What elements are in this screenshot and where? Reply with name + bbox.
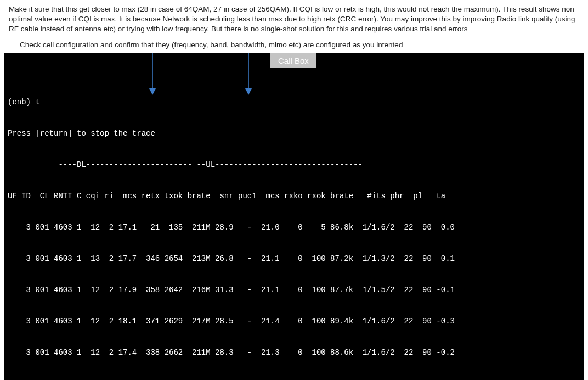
terminal-line-enb: (enb) t	[4, 97, 584, 108]
table-row: 3 001 4603 1 12 2 18.1 371 2629 217M 28.…	[4, 316, 584, 327]
paragraph-mcs-advice: Make it sure that this get closer to max…	[4, 4, 584, 39]
terminal-line-dlul: ----DL----------------------- --UL------…	[4, 160, 584, 170]
table-row: 3 001 4603 1 13 2 17.7 346 2654 213M 26.…	[4, 254, 584, 264]
terminal-line-press: Press [return] to stop the trace	[4, 128, 584, 139]
terminal-header: UE_ID CL RNTI C cqi ri mcs retx txok bra…	[4, 191, 584, 202]
table-row: 3 001 4603 1 12 2 17.4 338 2662 211M 28.…	[4, 348, 584, 358]
table-row: 3 001 4603 1 12 2 17.9 358 2642 216M 31.…	[4, 285, 584, 295]
terminal-output: Call Box (enb) t Press [return] to stop …	[4, 53, 584, 380]
table-row: 3 001 4603 1 12 2 17.1 21 135 211M 28.9 …	[4, 222, 584, 233]
paragraph-check-config: Check cell configuration and confirm tha…	[4, 39, 584, 53]
callbox-label: Call Box	[270, 53, 316, 68]
